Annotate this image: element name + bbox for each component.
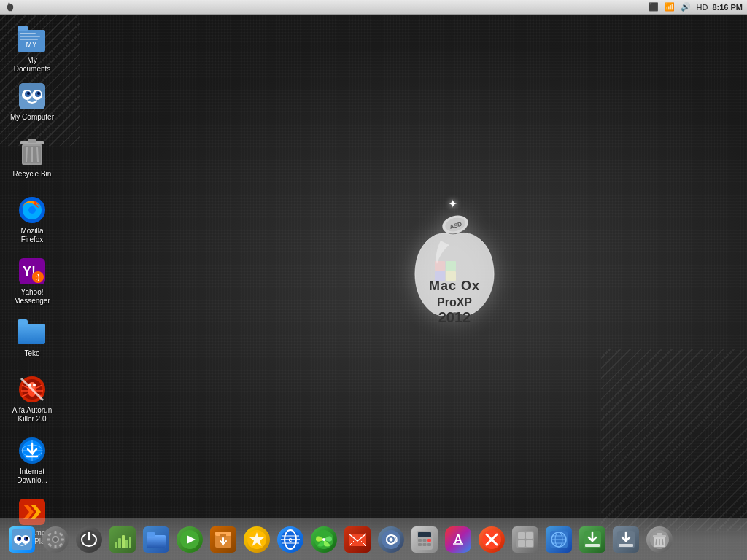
- dock-item-finder[interactable]: [6, 522, 38, 557]
- dock-item-mail[interactable]: [341, 522, 374, 557]
- svg-point-12: [27, 92, 30, 95]
- desktop-icon-my-documents[interactable]: MY My Documents: [6, 22, 58, 77]
- svg-rect-141: [657, 533, 662, 536]
- my-documents-icon: MY: [18, 25, 47, 54]
- dock-item-folder[interactable]: [140, 522, 172, 557]
- winamp-bars-dock-icon: [109, 526, 136, 553]
- install1-dock-icon: [579, 526, 605, 553]
- teko-label: Teko: [24, 349, 39, 358]
- dock-item-email2[interactable]: [375, 522, 407, 557]
- svg-point-24: [28, 206, 36, 214]
- volume-icon: 🔊: [680, 2, 692, 12]
- dock-item-star[interactable]: [241, 522, 273, 557]
- desktop-icon-my-computer[interactable]: My Computer: [6, 79, 58, 125]
- svg-rect-135: [585, 544, 600, 547]
- dock-item-tools[interactable]: [476, 522, 508, 557]
- svg-rect-3: [20, 36, 40, 37]
- svg-rect-127: [526, 540, 533, 547]
- svg-rect-74: [47, 538, 50, 540]
- finder-dock-icon: [9, 526, 35, 553]
- svg-line-144: [662, 539, 663, 545]
- calculator-dock-icon: [411, 526, 438, 553]
- dock-item-ie[interactable]: e: [274, 522, 306, 557]
- svg-text:ProXP: ProXP: [437, 296, 472, 308]
- desktop-icon-recycle-bin[interactable]: Recycle Bin: [6, 136, 58, 182]
- my-computer-label: My Computer: [10, 113, 54, 122]
- dock-item-appstore[interactable]: A: [442, 522, 474, 557]
- dock-item-network[interactable]: [543, 522, 575, 557]
- apple-menu-icon[interactable]: [4, 2, 16, 12]
- svg-point-68: [26, 537, 28, 539]
- dock-item-power[interactable]: [73, 522, 105, 557]
- svg-rect-15: [28, 139, 36, 143]
- svg-point-13: [37, 92, 40, 95]
- my-documents-label: My Documents: [9, 56, 55, 74]
- svg-point-67: [19, 537, 21, 539]
- center-logo: ✦ ASD Mac Ox: [382, 207, 514, 353]
- desktop-icon-teko[interactable]: Teko: [6, 315, 58, 361]
- svg-line-142: [656, 539, 657, 545]
- svg-point-43: [33, 384, 36, 386]
- dock-item-install2[interactable]: [610, 522, 642, 557]
- desktop-icon-alfa[interactable]: Alfa Autorun Killer 2.0: [6, 372, 58, 427]
- svg-rect-113: [423, 539, 427, 542]
- dock-item-archive[interactable]: [207, 522, 239, 557]
- yahoo-label: Yahoo! Messenger: [9, 288, 55, 306]
- trash-dock-icon: [646, 526, 673, 553]
- firefox-icon: [18, 195, 47, 225]
- dock: e: [0, 518, 747, 560]
- deco-bottomright: [601, 349, 747, 531]
- media-dock-icon: [177, 526, 203, 553]
- svg-rect-111: [418, 532, 431, 537]
- desktop-icon-idm[interactable]: Internet Downlo...: [6, 433, 58, 488]
- svg-rect-88: [147, 532, 155, 537]
- svg-rect-72: [55, 531, 57, 534]
- svg-text:2012: 2012: [438, 309, 471, 325]
- firefox-label: Mozilla Firefox: [9, 227, 55, 244]
- sparkle-icon: ✦: [448, 197, 457, 211]
- svg-rect-115: [418, 543, 422, 546]
- archive-dock-icon: [210, 526, 236, 553]
- svg-rect-73: [55, 545, 57, 548]
- hd-icon: HD: [696, 2, 708, 12]
- clock: 8:16 PM: [712, 3, 743, 12]
- svg-rect-87: [147, 535, 166, 548]
- install2-dock-icon: [613, 526, 639, 553]
- menubar-right: ⬛ 📶 🔊 HD 8:16 PM: [648, 2, 743, 12]
- ie-dock-icon: e: [277, 526, 303, 553]
- svg-rect-31: [18, 324, 45, 344]
- dock-item-msn[interactable]: [308, 522, 340, 557]
- power-dock-icon: [76, 526, 102, 553]
- email2-dock-icon: [378, 526, 404, 553]
- svg-point-109: [390, 537, 393, 541]
- dock-item-winamp-bars[interactable]: [107, 522, 139, 557]
- dock-item-sysprefs[interactable]: [39, 522, 71, 557]
- teko-icon: [18, 318, 47, 347]
- dock-item-trash[interactable]: [643, 522, 676, 557]
- desktop-icon-yahoo[interactable]: Y! :) Yahoo! Messenger: [6, 254, 58, 308]
- svg-rect-125: [526, 532, 533, 539]
- alfa-label: Alfa Autorun Killer 2.0: [9, 406, 55, 424]
- desktop-icon-firefox[interactable]: Mozilla Firefox: [6, 192, 58, 247]
- dock-item-gray1[interactable]: [509, 522, 541, 557]
- menubar: ⬛ 📶 🔊 HD 8:16 PM: [0, 0, 747, 15]
- svg-rect-112: [418, 539, 422, 542]
- menubar-left: [4, 2, 16, 12]
- dock-item-media[interactable]: [174, 522, 206, 557]
- svg-line-20: [37, 147, 38, 162]
- gray1-dock-icon: [512, 526, 538, 553]
- star-dock-icon: [244, 526, 270, 553]
- msn-dock-icon: [311, 526, 337, 553]
- dock-item-install1[interactable]: [576, 522, 608, 557]
- dock-item-calculator[interactable]: [409, 522, 441, 557]
- yahoo-icon: Y! :): [18, 257, 47, 286]
- svg-rect-116: [423, 543, 427, 546]
- recycle-bin-icon: [18, 139, 47, 168]
- sysprefs-dock-icon: [42, 526, 69, 553]
- svg-line-18: [26, 147, 27, 162]
- svg-text::): :): [35, 273, 40, 281]
- svg-rect-84: [125, 540, 128, 548]
- idm-label: Internet Downlo...: [9, 467, 55, 485]
- svg-rect-126: [518, 540, 525, 547]
- apple-logo-svg: ASD Mac Ox ProXP 2012: [390, 211, 506, 346]
